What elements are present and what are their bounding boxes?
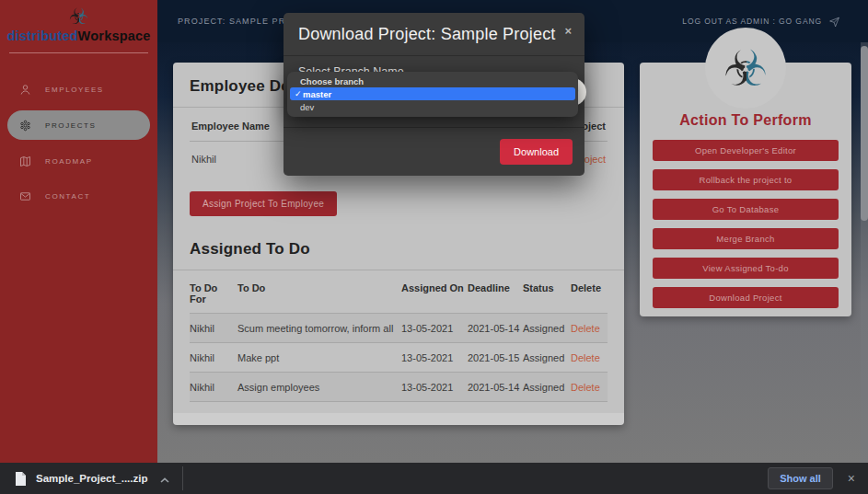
todo-column: Deadline [468, 270, 523, 314]
logout-link[interactable]: LOG OUT AS ADMIN : GO GANG [682, 16, 840, 28]
todo-for-cell: Nikhil [190, 373, 237, 402]
biohazard-icon: ☣ [723, 43, 768, 93]
todo-column: To Do For [190, 270, 237, 314]
downloaded-file-name: Sample_Project_....zip [36, 473, 147, 484]
sidebar-item-contact[interactable]: CONTACT [7, 182, 150, 210]
open-editor-button[interactable]: Open Developer's Editor [653, 140, 839, 161]
brand-name-dark: Workspace [78, 29, 151, 43]
card-footer [173, 413, 624, 425]
todo-column: Assigned On [401, 270, 468, 314]
sidebar-item-label: CONTACT [45, 192, 90, 201]
close-downloads-bar-icon[interactable]: × [848, 471, 855, 486]
person-icon [18, 83, 32, 97]
option-dev[interactable]: dev [287, 100, 578, 113]
assigned-todo-title: Assigned To Do [190, 240, 608, 258]
option-choose-branch[interactable]: Choose branch [287, 75, 578, 87]
option-label: dev [300, 102, 314, 112]
modal-body: Select Branch Name ▾ Choose branch ✓ mas… [284, 56, 584, 127]
send-icon [828, 16, 840, 28]
logo-circle: ☣ [705, 28, 786, 109]
option-label: Choose branch [300, 76, 364, 86]
todo-deadline-cell: 2021-05-14 [468, 373, 523, 402]
todo-delete-link[interactable]: Delete [571, 314, 608, 343]
employee-name-column: Employee Name [191, 121, 270, 132]
sidebar: ☣ distributedWorkspace EMPLOYEES PROJECT… [0, 0, 157, 463]
divider [182, 466, 183, 490]
sidebar-item-roadmap[interactable]: ROADMAP [7, 147, 150, 175]
brand-name-blue: distributed [6, 29, 77, 43]
browser-viewport: ☣ distributedWorkspace EMPLOYEES PROJECT… [0, 0, 868, 494]
biohazard-icon: ☣ [69, 5, 89, 29]
sidebar-item-label: PROJECTS [45, 121, 96, 130]
todo-task-cell: Assign employees [237, 373, 401, 402]
view-assigned-todo-button[interactable]: View Assigned To-do [653, 258, 839, 279]
todo-row: Nikhil Scum meeting tomorrow, inform all… [190, 314, 608, 343]
todo-assigned-cell: 13-05-2021 [401, 343, 468, 373]
modal-footer: Download [284, 127, 584, 176]
scrollbar-thumb[interactable] [861, 46, 868, 221]
modal-header: Download Project: Sample Project × [284, 13, 584, 56]
brand-logo: ☣ distributedWorkspace [0, 0, 157, 43]
todo-table: To Do For To Do Assigned On Deadline Sta… [190, 270, 608, 402]
go-to-database-button[interactable]: Go To Database [653, 199, 839, 220]
download-button[interactable]: Download [500, 139, 573, 165]
projects-flower-icon [18, 119, 32, 132]
map-icon [18, 155, 32, 168]
todo-column: To Do [237, 270, 401, 314]
todo-column: Delete [571, 270, 608, 314]
brand-name: distributedWorkspace [0, 29, 157, 43]
actions-card: ☣ Action To Perform Open Developer's Edi… [640, 63, 851, 316]
check-icon: ✓ [290, 89, 303, 98]
todo-delete-link[interactable]: Delete [571, 343, 608, 373]
download-project-modal: Download Project: Sample Project × Selec… [284, 13, 584, 176]
option-master[interactable]: ✓ master [290, 87, 575, 100]
close-icon[interactable]: × [564, 24, 572, 38]
downloaded-file-chip[interactable]: Sample_Project_....zip [0, 463, 182, 494]
rollback-button[interactable]: Rollback the project to [653, 169, 839, 190]
envelope-icon [18, 190, 32, 203]
todo-row: Nikhil Make ppt 13-05-2021 2021-05-15 As… [190, 343, 608, 373]
todo-status-cell: Assigned [523, 373, 571, 402]
sidebar-item-employees[interactable]: EMPLOYEES [7, 75, 150, 103]
todo-deadline-cell: 2021-05-15 [468, 343, 523, 373]
todo-for-cell: Nikhil [190, 314, 237, 343]
employee-name-cell: Nikhil [191, 154, 216, 165]
todo-deadline-cell: 2021-05-14 [468, 314, 523, 343]
todo-status-cell: Assigned [523, 314, 571, 343]
option-label: master [303, 89, 331, 99]
sidebar-item-label: EMPLOYEES [45, 86, 104, 94]
todo-delete-link[interactable]: Delete [571, 373, 608, 402]
todo-task-cell: Scum meeting tomorrow, inform all [237, 314, 401, 343]
sidebar-item-projects[interactable]: PROJECTS [7, 110, 150, 140]
actions-title: Action To Perform [640, 112, 851, 129]
assign-project-button[interactable]: Assign Project To Employee [190, 191, 337, 216]
show-all-button[interactable]: Show all [768, 467, 833, 489]
downloads-bar: Sample_Project_....zip Show all × [0, 463, 868, 494]
sidebar-item-label: ROADMAP [45, 157, 93, 166]
sidebar-nav: EMPLOYEES PROJECTS ROADMAP CONTACT [0, 53, 157, 210]
todo-for-cell: Nikhil [190, 343, 237, 373]
branch-select-popup: Choose branch ✓ master dev [287, 72, 578, 117]
todo-column: Status [523, 270, 571, 314]
todo-table-header: To Do For To Do Assigned On Deadline Sta… [190, 270, 608, 314]
scrollbar[interactable] [861, 42, 868, 463]
app-page: ☣ distributedWorkspace EMPLOYEES PROJECT… [0, 0, 868, 463]
modal-title: Download Project: Sample Project [298, 25, 556, 43]
download-project-button[interactable]: Download Project [653, 287, 839, 308]
todo-assigned-cell: 13-05-2021 [401, 373, 468, 402]
todo-status-cell: Assigned [523, 343, 571, 373]
logout-label: LOG OUT AS ADMIN : GO GANG [682, 17, 822, 26]
todo-assigned-cell: 13-05-2021 [401, 314, 468, 343]
merge-branch-button[interactable]: Merge Branch [653, 228, 839, 249]
chevron-up-icon[interactable] [160, 470, 169, 487]
todo-task-cell: Make ppt [237, 343, 401, 373]
file-icon [15, 472, 27, 486]
todo-row: Nikhil Assign employees 13-05-2021 2021-… [190, 373, 608, 402]
